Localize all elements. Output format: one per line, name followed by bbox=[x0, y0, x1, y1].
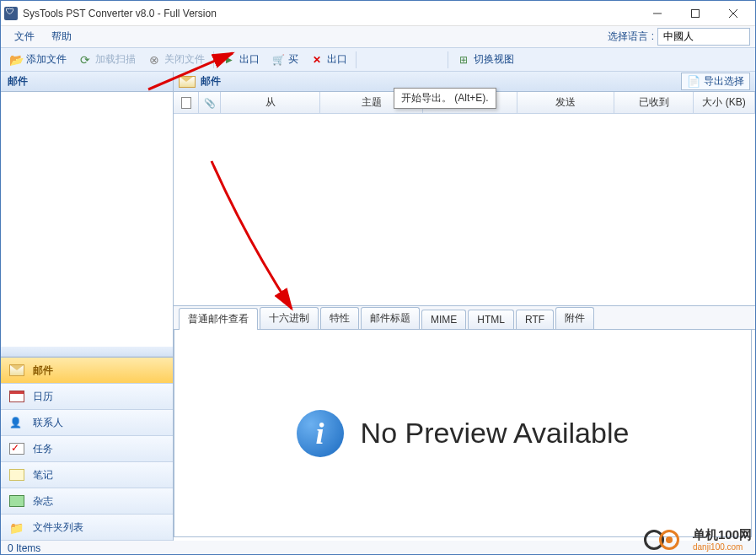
nav-mail-label: 邮件 bbox=[33, 364, 53, 378]
maximize-button[interactable] bbox=[676, 2, 714, 25]
export-icon bbox=[687, 75, 700, 88]
mail-icon bbox=[179, 76, 196, 88]
col-received[interactable]: 已收到 bbox=[614, 92, 694, 113]
menu-file[interactable]: 文件 bbox=[6, 26, 43, 47]
col-attachment[interactable] bbox=[199, 92, 221, 113]
watermark-logo-icon bbox=[644, 527, 688, 552]
export-label: 出口 bbox=[239, 52, 260, 67]
info-icon bbox=[297, 410, 344, 457]
export-button[interactable]: 出口 bbox=[217, 51, 265, 68]
right-panel: 邮件 导出选择 开始导出。 (Alt+E). 从 主题 至 发送 已收到 大小 … bbox=[174, 72, 755, 541]
clip-icon bbox=[204, 97, 216, 109]
folder-list-icon bbox=[9, 521, 24, 533]
window-controls bbox=[638, 2, 752, 25]
calendar-icon bbox=[9, 391, 24, 402]
add-file-button[interactable]: 添加文件 bbox=[4, 51, 72, 68]
notes-icon bbox=[9, 469, 24, 481]
app-icon bbox=[4, 7, 18, 20]
export-tooltip: 开始导出。 (Alt+E). bbox=[394, 88, 496, 109]
mail-table: 开始导出。 (Alt+E). 从 主题 至 发送 已收到 大小 (KB) bbox=[174, 92, 755, 306]
buy-button[interactable]: 买 bbox=[266, 51, 303, 68]
add-file-label: 添加文件 bbox=[26, 52, 67, 67]
tab-html[interactable]: HTML bbox=[468, 310, 514, 329]
col-sent[interactable]: 发送 bbox=[517, 92, 614, 113]
no-preview-text: No Preview Available bbox=[361, 417, 630, 450]
status-bar: 0 Items bbox=[1, 541, 755, 555]
close-button[interactable] bbox=[714, 2, 752, 25]
tab-mime[interactable]: MIME bbox=[421, 310, 466, 329]
export-selected-label: 导出选择 bbox=[704, 74, 744, 89]
nav-collapse-grip[interactable] bbox=[1, 347, 173, 357]
watermark-main: 单机100网 bbox=[693, 528, 752, 542]
watermark-sub: danji100.com bbox=[693, 542, 752, 552]
nav-section: 邮件 日历 联系人 任务 笔记 杂志 文件夹列表 bbox=[1, 357, 173, 541]
nav-folder-list-label: 文件夹列表 bbox=[33, 520, 83, 535]
scan-icon bbox=[78, 53, 92, 67]
minimize-button[interactable] bbox=[638, 2, 676, 25]
close-file-label: 关闭文件 bbox=[164, 52, 205, 67]
contacts-icon bbox=[9, 417, 24, 428]
folder-icon bbox=[9, 53, 23, 67]
play-icon bbox=[223, 53, 236, 67]
preview-tabs: 普通邮件查看 十六进制 特性 邮件标题 MIME HTML RTF 附件 bbox=[174, 306, 755, 330]
window-title: SysTools PST Converter v8.0 - Full Versi… bbox=[23, 8, 638, 19]
buy-label: 买 bbox=[288, 52, 298, 67]
mail-icon bbox=[9, 364, 24, 376]
tab-attachments[interactable]: 附件 bbox=[555, 307, 594, 329]
preview-area: No Preview Available bbox=[174, 330, 752, 537]
nav-notes[interactable]: 笔记 bbox=[1, 462, 173, 488]
nav-notes-label: 笔记 bbox=[33, 468, 53, 482]
cart-icon bbox=[271, 53, 285, 67]
right-header-title: 邮件 bbox=[201, 74, 221, 89]
watermark: 单机100网 danji100.com bbox=[644, 527, 752, 552]
menu-help[interactable]: 帮助 bbox=[43, 26, 80, 47]
tab-mail-header[interactable]: 邮件标题 bbox=[361, 307, 420, 329]
col-from[interactable]: 从 bbox=[221, 92, 320, 113]
left-header: 邮件 bbox=[1, 72, 173, 92]
close-icon bbox=[147, 53, 161, 67]
nav-journal-label: 杂志 bbox=[33, 494, 53, 509]
nav-tasks[interactable]: 任务 bbox=[1, 436, 173, 462]
nav-contacts[interactable]: 联系人 bbox=[1, 410, 173, 436]
journal-icon bbox=[9, 495, 24, 507]
nav-calendar[interactable]: 日历 bbox=[1, 384, 173, 410]
language-label: 选择语言 : bbox=[608, 30, 654, 44]
col-size[interactable]: 大小 (KB) bbox=[694, 92, 755, 113]
title-bar: SysTools PST Converter v8.0 - Full Versi… bbox=[1, 1, 755, 26]
switch-view-label: 切换视图 bbox=[474, 52, 514, 67]
load-scan-label: 加载扫描 bbox=[95, 52, 136, 67]
tab-properties[interactable]: 特性 bbox=[320, 307, 359, 329]
language-select[interactable]: 中國人 bbox=[657, 28, 750, 46]
tab-hex[interactable]: 十六进制 bbox=[260, 307, 319, 329]
switch-view-icon bbox=[457, 53, 470, 67]
doc-icon bbox=[181, 97, 191, 109]
nav-calendar-label: 日历 bbox=[33, 390, 53, 404]
x-icon bbox=[310, 53, 324, 67]
switch-view-button[interactable]: 切换视图 bbox=[452, 51, 519, 68]
status-items: 0 Items bbox=[8, 542, 40, 554]
nav-mail[interactable]: 邮件 bbox=[1, 358, 173, 384]
svg-rect-1 bbox=[691, 9, 699, 17]
close-file-button[interactable]: 关闭文件 bbox=[142, 51, 210, 68]
nav-contacts-label: 联系人 bbox=[33, 416, 63, 430]
menu-bar: 文件 帮助 选择语言 : 中國人 bbox=[1, 26, 755, 48]
load-scan-button[interactable]: 加载扫描 bbox=[73, 51, 141, 68]
nav-folder-list[interactable]: 文件夹列表 bbox=[1, 515, 173, 541]
main-area: 邮件 邮件 日历 联系人 任务 笔记 杂志 文件夹列表 邮件 导出选择 开 bbox=[1, 72, 755, 541]
toolbar: 添加文件 加载扫描 关闭文件 出口 买 出口 切换视图 bbox=[1, 48, 755, 72]
tasks-icon bbox=[9, 443, 24, 455]
tab-normal-view[interactable]: 普通邮件查看 bbox=[179, 308, 258, 330]
tab-rtf[interactable]: RTF bbox=[516, 310, 554, 329]
export2-button[interactable]: 出口 bbox=[305, 51, 352, 68]
export-selected-button[interactable]: 导出选择 bbox=[681, 73, 750, 90]
folder-tree[interactable] bbox=[1, 92, 173, 347]
nav-tasks-label: 任务 bbox=[33, 442, 53, 456]
left-panel: 邮件 邮件 日历 联系人 任务 笔记 杂志 文件夹列表 bbox=[1, 72, 174, 541]
nav-journal[interactable]: 杂志 bbox=[1, 488, 173, 515]
export2-label: 出口 bbox=[327, 52, 347, 67]
col-checkbox[interactable] bbox=[174, 92, 199, 113]
